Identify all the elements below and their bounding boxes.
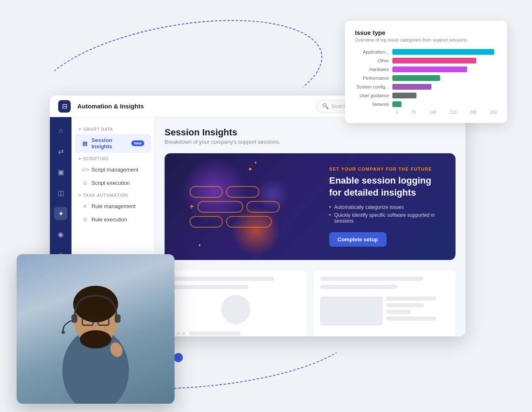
chart-row: Network [355,101,497,107]
logo-icon: ⊟ [62,102,67,110]
nav-label-session-insights: Session Insights [91,137,128,150]
page-title: Session Insights [165,127,456,138]
person-photo [17,254,175,404]
nav-section-scripting: SCRIPTING [71,153,154,163]
promo-list: Automatically categorize issuesQuickly i… [329,204,441,224]
sparkle2: ✦ [254,161,257,165]
sidebar-icon-shield[interactable]: ◫ [54,186,67,199]
sidebar-icon-automation[interactable]: ✦ [54,207,67,220]
sidebar-icon-headset[interactable]: ◉ [54,228,67,241]
nav-label-rule-management: Rule management [91,203,135,209]
svg-marker-1 [78,158,81,160]
chart-bars: Application...OtherHardwarePerformanceSy… [355,49,497,107]
svg-point-13 [62,331,65,334]
promo-bullet: Quickly identify specific software suppo… [329,212,441,224]
promo-banner: + ✦ ✦ ✦ SET YOUR COMPANY FOR THE [165,153,456,260]
nav-item-session-insights[interactable]: ▤Session InsightsNew [75,134,151,153]
svg-rect-11 [71,314,77,323]
blue-dot-2 [174,353,183,362]
sparkle1: ✦ [248,166,253,172]
nav-item-rule-management[interactable]: ≡Rule management [75,200,151,213]
promo-visual: + ✦ ✦ ✦ [165,153,323,260]
chart-row: System config... [355,84,497,90]
placeholder-card-1 [165,270,307,336]
nav-label-script-execution: Script execution [91,180,130,186]
nav-item-script-execution[interactable]: ⊙Script execution [75,177,151,189]
chart-row: User guidance [355,93,497,98]
chart-row: Hardware [355,66,497,72]
chart-row: Application... [355,49,497,55]
nav-icon-script-execution: ⊙ [81,180,88,186]
nav-icon-rule-execution: ⊙ [81,216,88,223]
page-subtitle: Breakdown of your company's support sess… [165,139,456,145]
sidebar-icon-sync[interactable]: ⇄ [54,145,67,158]
promo-eyebrow: SET YOUR COMPANY FOR THE FUTURE [329,167,441,172]
nav-icon-session-insights: ▤ [81,140,88,147]
nav-section-smart-data: SMART DATA [71,124,154,133]
promo-text: SET YOUR COMPANY FOR THE FUTURE Enable s… [329,167,441,247]
nav-label-rule-execution: Rule execution [91,216,127,223]
promo-heading: Enable session logging for detailed insi… [329,175,441,199]
person-silhouette [37,271,154,404]
promo-bullet: Automatically categorize issues [329,204,441,210]
person-photo-inner [17,254,175,404]
svg-point-5 [73,286,118,322]
chart-x-axis: 0 70 140 210 280 350 [396,110,497,115]
nav-icon-rule-management: ≡ [81,203,88,209]
svg-rect-12 [115,314,121,323]
nav-badge-session-insights: New [131,140,144,146]
svg-marker-2 [78,195,81,196]
flow-nodes: + [190,186,280,228]
placeholder-grid [165,270,456,336]
chart-row: Performance [355,75,497,81]
issue-card-title: Issue type [355,29,497,36]
nav-label-script-management: Script management [91,167,138,173]
sidebar-icon-monitor[interactable]: ▣ [54,165,67,179]
nav-section-task-automation: TASK AUTOMATION [71,190,154,199]
nav-item-rule-execution[interactable]: ⊙Rule execution [75,213,151,226]
app-title: Automation & Insights [77,103,144,110]
sparkle3: ✦ [198,243,201,248]
issue-type-card: Issue type Overview of top issue categor… [345,21,507,123]
complete-setup-button[interactable]: Complete setup [329,232,387,247]
main-content: Session Insights Breakdown of your compa… [155,117,466,336]
nav-icon-script-management: </> [81,167,88,173]
issue-card-subtitle: Overview of top issue categories from su… [355,37,497,42]
search-icon: 🔍 [322,103,329,109]
placeholder-card-2 [313,270,456,336]
nav-item-script-management[interactable]: </>Script management [75,163,151,176]
svg-point-6 [80,330,111,348]
sidebar-icon-home[interactable]: ⌂ [54,124,67,137]
app-logo: ⊟ [58,100,71,113]
svg-marker-0 [78,129,81,130]
chart-row: Other [355,58,497,64]
